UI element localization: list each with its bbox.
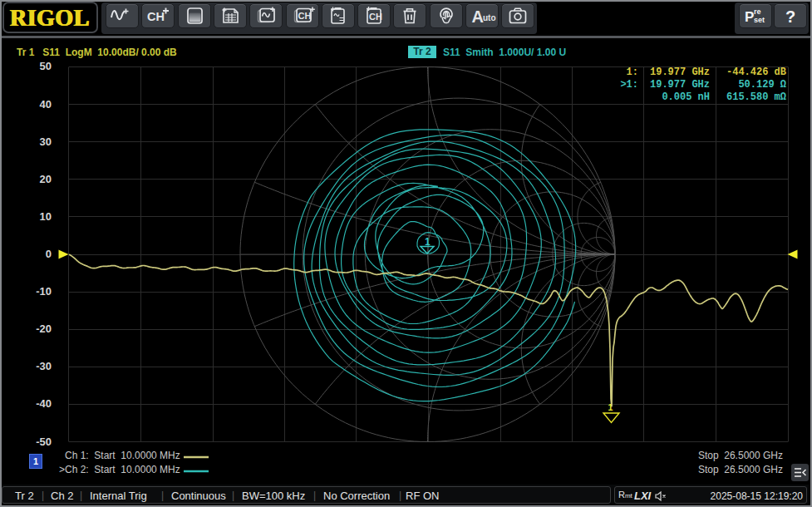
svg-text:1: 1 [425,236,431,248]
svg-text:1: 1 [608,402,613,412]
